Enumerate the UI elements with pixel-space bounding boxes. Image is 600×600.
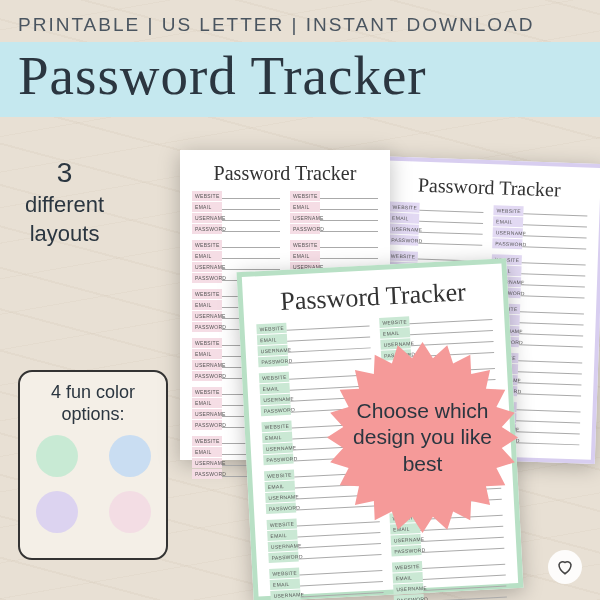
field-label: USERNAME <box>268 540 298 552</box>
field-label: EMAIL <box>290 251 320 261</box>
field-label: EMAIL <box>192 251 222 261</box>
heart-icon <box>556 558 574 576</box>
field-label: PASSWORD <box>192 322 222 332</box>
product-title: Password Tracker <box>18 44 582 107</box>
field-label: EMAIL <box>265 481 295 493</box>
field-line <box>286 318 369 330</box>
field-label: USERNAME <box>192 409 222 419</box>
starburst-badge: Choose which design you like best <box>325 340 520 535</box>
field-label: WEBSITE <box>290 191 320 201</box>
field-line <box>522 255 586 265</box>
field-label: EMAIL <box>192 349 222 359</box>
field-label: USERNAME <box>263 443 293 455</box>
field-label: EMAIL <box>192 398 222 408</box>
field-label: EMAIL <box>192 300 222 310</box>
field-line <box>418 236 482 246</box>
field-line <box>517 402 581 412</box>
entry-row: EMAIL <box>290 202 378 212</box>
field-label: WEBSITE <box>379 316 409 328</box>
entry-group: WEBSITEEMAILUSERNAMEPASSWORD <box>388 202 483 248</box>
swatch-green <box>36 435 78 477</box>
field-label: EMAIL <box>192 447 222 457</box>
field-label: WEBSITE <box>192 240 222 250</box>
field-label: EMAIL <box>262 432 292 444</box>
field-label: WEBSITE <box>267 518 297 530</box>
field-line <box>222 191 280 199</box>
field-label: PASSWORD <box>266 503 296 515</box>
swatch-pink <box>109 491 151 533</box>
field-label: WEBSITE <box>192 289 222 299</box>
field-line <box>522 239 586 249</box>
field-line <box>521 266 585 276</box>
field-label: PASSWORD <box>192 224 222 234</box>
field-label: PASSWORD <box>388 235 418 246</box>
field-line <box>320 202 378 210</box>
field-label: EMAIL <box>493 216 523 227</box>
field-label: PASSWORD <box>268 551 298 563</box>
field-line <box>517 386 581 396</box>
field-label: EMAIL <box>192 202 222 212</box>
field-line <box>520 304 584 314</box>
field-line <box>518 364 582 374</box>
field-label: WEBSITE <box>392 561 422 573</box>
field-line <box>521 277 585 287</box>
field-line <box>320 251 378 259</box>
field-label: WEBSITE <box>264 470 294 482</box>
field-line <box>299 563 382 575</box>
field-label: USERNAME <box>393 583 423 595</box>
sheet-title: Password Tracker <box>254 276 491 318</box>
entry-group: WEBSITEEMAILUSERNAMEPASSWORD <box>269 563 384 600</box>
field-label: WEBSITE <box>261 421 291 433</box>
field-label: WEBSITE <box>192 338 222 348</box>
field-line <box>523 217 587 227</box>
field-label: WEBSITE <box>192 387 222 397</box>
field-label: PASSWORD <box>192 420 222 430</box>
field-line <box>519 326 583 336</box>
field-line <box>520 315 584 325</box>
format-tags: PRINTABLE | US LETTER | INSTANT DOWNLOAD <box>0 0 600 42</box>
field-line <box>222 213 280 221</box>
field-label: PASSWORD <box>192 469 222 479</box>
sheet-title: Password Tracker <box>390 173 589 203</box>
field-label: USERNAME <box>192 458 222 468</box>
swatch-blue <box>109 435 151 477</box>
field-label: EMAIL <box>259 383 289 395</box>
field-line <box>515 435 579 445</box>
field-line <box>516 424 580 434</box>
field-label: WEBSITE <box>192 436 222 446</box>
field-label: USERNAME <box>257 345 287 357</box>
field-label: USERNAME <box>192 262 222 272</box>
field-label: USERNAME <box>290 213 320 223</box>
field-label: USERNAME <box>391 534 421 546</box>
field-label: PASSWORD <box>263 454 293 466</box>
field-line <box>222 224 280 232</box>
field-label: PASSWORD <box>394 594 424 600</box>
favorite-button[interactable] <box>548 550 582 584</box>
field-line <box>320 191 378 199</box>
field-line <box>518 353 582 363</box>
entry-row: WEBSITE <box>290 191 378 201</box>
field-line <box>521 288 585 298</box>
field-label: WEBSITE <box>388 251 418 262</box>
field-line <box>523 228 587 238</box>
field-label: EMAIL <box>267 529 297 541</box>
entry-row: USERNAME <box>192 213 280 223</box>
field-line <box>222 202 280 210</box>
field-line <box>517 375 581 385</box>
field-line <box>320 240 378 248</box>
field-label: WEBSITE <box>290 240 320 250</box>
layouts-callout: 3 different layouts <box>25 155 104 249</box>
entry-row: WEBSITE <box>192 240 280 250</box>
field-label: EMAIL <box>393 572 423 584</box>
entry-row: USERNAME <box>290 213 378 223</box>
entry-row: PASSWORD <box>192 224 280 234</box>
swatch-grid <box>30 435 156 533</box>
field-line <box>222 240 280 248</box>
field-label: WEBSITE <box>192 191 222 201</box>
entry-group: WEBSITEEMAILUSERNAMEPASSWORD <box>392 557 507 600</box>
field-label: USERNAME <box>493 227 523 238</box>
entry-row: WEBSITE <box>290 240 378 250</box>
field-label: EMAIL <box>257 334 287 346</box>
color-options-box: 4 fun color options: <box>18 370 168 560</box>
title-band: Password Tracker <box>0 42 600 117</box>
